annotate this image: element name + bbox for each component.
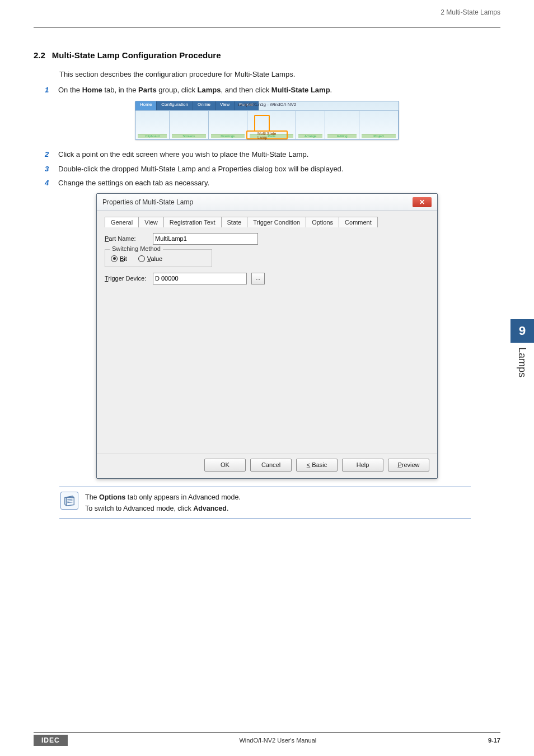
browse-device-button[interactable]: ... xyxy=(251,273,265,284)
ribbon-app-title: sample01.n1g - WindO/I-NV2 xyxy=(238,102,297,107)
ribbon-tab[interactable]: Home xyxy=(135,101,157,110)
radio-value[interactable]: Value xyxy=(138,255,162,262)
step-text: Change the settings on each tab as neces… xyxy=(58,178,209,189)
step-row: 4Change the settings on each tab as nece… xyxy=(45,178,500,189)
footer-logo: IDEC xyxy=(34,735,68,746)
trigger-device-input[interactable] xyxy=(153,273,247,284)
dialog-tab-registration-text[interactable]: Registration Text xyxy=(163,217,222,227)
preview-button[interactable]: Preview xyxy=(388,459,429,472)
note-line-2: To switch to Advanced mode, click Advanc… xyxy=(85,503,241,514)
step-number: 3 xyxy=(45,164,53,175)
cancel-button[interactable]: Cancel xyxy=(250,459,292,472)
ok-button[interactable]: OK xyxy=(204,459,246,472)
section-title-text: Multi-State Lamp Configuration Procedure xyxy=(52,50,221,60)
footer-manual-title: WindO/I-NV2 User's Manual xyxy=(239,737,316,744)
ribbon-group-label: Arrange xyxy=(298,134,322,138)
ribbon-tab[interactable]: Configuration xyxy=(157,101,193,110)
part-name-input[interactable] xyxy=(153,233,258,245)
ribbon-screenshot: sample01.n1g - WindO/I-NV2 HomeConfigura… xyxy=(135,101,399,140)
ribbon-group-label: Clipboard xyxy=(138,134,167,138)
ribbon-group: Clipboard xyxy=(135,111,170,139)
side-tab: 9 Lamps xyxy=(510,319,534,377)
dialog-title: Properties of Multi-State Lamp xyxy=(102,198,193,206)
help-button[interactable]: Help xyxy=(342,459,383,472)
header-rule xyxy=(34,27,500,27)
note-line-1: The Options tab only appears in Advanced… xyxy=(85,492,241,503)
part-name-label: Part Name: xyxy=(105,235,148,242)
ribbon-group: Arrange xyxy=(296,111,325,139)
step-text: On the Home tab, in the Parts group, cli… xyxy=(58,85,332,96)
dialog-tab-state[interactable]: State xyxy=(221,217,248,227)
close-icon[interactable]: ✕ xyxy=(413,197,432,207)
step-number: 2 xyxy=(45,149,53,160)
ribbon-group: Drawings xyxy=(209,111,248,139)
highlight-multistate-menu: Multi-State Lamp xyxy=(246,130,288,139)
step-number: 1 xyxy=(45,85,53,96)
step-text: Double-click the dropped Multi-State Lam… xyxy=(58,164,343,175)
dialog-tab-view[interactable]: View xyxy=(138,217,164,227)
step-text: Click a point on the edit screen where y… xyxy=(58,149,308,160)
ribbon-group-label: Screens xyxy=(172,134,206,138)
ribbon-group-label: Drawings xyxy=(211,134,245,138)
basic-button[interactable]: < Basic xyxy=(296,459,338,472)
ribbon-group-label: Editing xyxy=(327,134,357,138)
dialog-tab-comment[interactable]: Comment xyxy=(339,217,378,227)
switching-method-group: Switching Method Bit Value xyxy=(105,249,212,267)
ribbon-group: Editing xyxy=(325,111,359,139)
footer-page-number: 9-17 xyxy=(488,737,500,744)
trigger-device-label: Trigger Device: xyxy=(105,275,148,282)
note-icon xyxy=(60,492,78,510)
dialog-tab-options[interactable]: Options xyxy=(306,217,339,227)
section-number: 2.2 xyxy=(34,50,45,60)
ribbon-group: Screens xyxy=(170,111,209,139)
note-block: The Options tab only appears in Advanced… xyxy=(59,487,471,519)
chapter-label: Lamps xyxy=(516,343,528,377)
dialog-tab-trigger-condition[interactable]: Trigger Condition xyxy=(247,217,306,227)
properties-dialog: Properties of Multi-State Lamp ✕ General… xyxy=(96,193,438,479)
ribbon-tab[interactable]: View xyxy=(216,101,235,110)
radio-dot-icon xyxy=(111,255,118,262)
ribbon-group-label: Project xyxy=(362,134,396,138)
ribbon-group: Project xyxy=(359,111,399,139)
intro-text: This section describes the configuration… xyxy=(59,69,500,80)
ribbon-menu-item: Multi-State Lamp xyxy=(257,132,287,139)
section-heading: 2.2 Multi-State Lamp Configuration Proce… xyxy=(34,50,500,60)
ribbon-tab[interactable]: Online xyxy=(193,101,216,110)
radio-dot-icon xyxy=(138,255,145,262)
step-row: 3Double-click the dropped Multi-State La… xyxy=(45,164,500,175)
dialog-tab-general[interactable]: General xyxy=(105,217,139,227)
step-row: 1On the Home tab, in the Parts group, cl… xyxy=(45,85,500,96)
step-number: 4 xyxy=(45,178,53,189)
switching-method-legend: Switching Method xyxy=(110,245,163,252)
highlight-lamps-button xyxy=(254,115,270,132)
radio-bit[interactable]: Bit xyxy=(111,255,127,262)
chapter-number: 9 xyxy=(510,319,534,343)
breadcrumb: 2 Multi-State Lamps xyxy=(441,8,500,16)
page-footer: IDEC WindO/I-NV2 User's Manual 9-17 xyxy=(34,732,500,746)
step-row: 2Click a point on the edit screen where … xyxy=(45,149,500,160)
